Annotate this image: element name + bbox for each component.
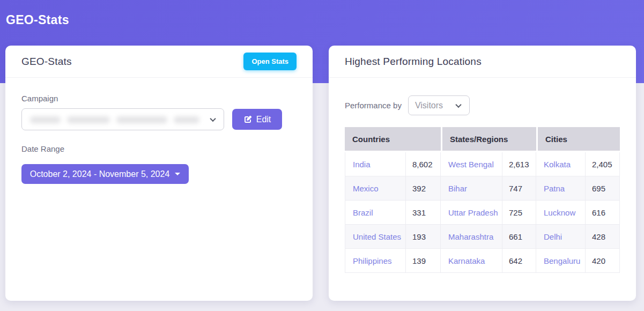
performance-by-label: Performance by bbox=[345, 101, 402, 110]
state-link[interactable]: Bihar bbox=[448, 184, 467, 193]
table-row: Brazil 331 Uttar Pradesh 725 Lucknow 616 bbox=[345, 201, 620, 225]
city-link[interactable]: Kolkata bbox=[544, 160, 571, 169]
state-value: 747 bbox=[502, 176, 536, 201]
country-value: 392 bbox=[406, 176, 441, 201]
city-value: 428 bbox=[586, 225, 620, 249]
locations-table: Countries States/Regions Cities India 8,… bbox=[345, 127, 620, 273]
performance-by-row: Performance by Visitors bbox=[345, 95, 620, 115]
locations-table-head: Countries States/Regions Cities bbox=[345, 127, 620, 152]
column-header-states: States/Regions bbox=[441, 127, 536, 152]
country-value: 193 bbox=[406, 225, 441, 249]
locations-card-header: Highest Performing Locations bbox=[329, 46, 636, 78]
table-row: India 8,602 West Bengal 2,613 Kolkata 2,… bbox=[345, 152, 620, 176]
state-value: 725 bbox=[502, 201, 536, 225]
city-link[interactable]: Patna bbox=[544, 184, 565, 193]
state-link[interactable]: Maharashtra bbox=[448, 232, 493, 241]
edit-button-label: Edit bbox=[256, 115, 271, 124]
date-range-value: October 2, 2024 - November 5, 2024 bbox=[30, 169, 170, 179]
locations-card: Highest Performing Locations Performance… bbox=[329, 46, 636, 301]
table-row: United States 193 Maharashtra 661 Delhi … bbox=[345, 225, 620, 249]
campaign-row: Edit bbox=[21, 108, 297, 130]
edit-pencil-icon bbox=[243, 115, 252, 124]
country-value: 331 bbox=[406, 201, 441, 225]
locations-card-title: Highest Performing Locations bbox=[345, 56, 482, 68]
edit-button[interactable]: Edit bbox=[232, 109, 282, 130]
state-value: 642 bbox=[502, 249, 536, 273]
geo-stats-card: GEO-Stats Open Stats Campaign Edit bbox=[5, 46, 313, 301]
page-title: GEO-Stats bbox=[6, 13, 69, 27]
column-header-cities: Cities bbox=[536, 127, 620, 152]
column-header-countries: Countries bbox=[345, 127, 441, 152]
city-value: 616 bbox=[586, 201, 620, 225]
locations-card-body: Performance by Visitors Countries States… bbox=[329, 78, 636, 289]
country-link[interactable]: Brazil bbox=[353, 208, 373, 217]
chevron-down-icon bbox=[455, 101, 461, 107]
chevron-down-icon bbox=[210, 115, 216, 121]
locations-table-body: India 8,602 West Bengal 2,613 Kolkata 2,… bbox=[345, 152, 620, 273]
country-value: 139 bbox=[406, 249, 441, 273]
campaign-label: Campaign bbox=[21, 94, 297, 103]
country-value: 8,602 bbox=[406, 152, 441, 176]
date-range-label: Date Range bbox=[21, 144, 297, 153]
performance-by-select-value: Visitors bbox=[415, 101, 443, 110]
city-link[interactable]: Bengaluru bbox=[544, 256, 580, 265]
country-link[interactable]: Philippines bbox=[353, 256, 392, 265]
city-link[interactable]: Lucknow bbox=[544, 208, 575, 217]
campaign-select[interactable] bbox=[21, 108, 224, 130]
country-link[interactable]: India bbox=[353, 160, 371, 169]
country-link[interactable]: United States bbox=[353, 232, 401, 241]
state-link[interactable]: West Bengal bbox=[448, 160, 494, 169]
open-stats-button[interactable]: Open Stats bbox=[243, 53, 297, 70]
table-row: Philippines 139 Karnataka 642 Bengaluru … bbox=[345, 249, 620, 273]
city-value: 2,405 bbox=[586, 152, 620, 176]
performance-by-select[interactable]: Visitors bbox=[408, 95, 470, 115]
table-row: Mexico 392 Bihar 747 Patna 695 bbox=[345, 176, 620, 201]
date-range-button[interactable]: October 2, 2024 - November 5, 2024 bbox=[21, 164, 189, 184]
caret-down-icon bbox=[175, 173, 180, 175]
state-value: 2,613 bbox=[502, 152, 536, 176]
geo-stats-card-title: GEO-Stats bbox=[21, 56, 72, 68]
city-value: 695 bbox=[586, 176, 620, 201]
geo-stats-card-body: Campaign Edit Date Range bbox=[5, 78, 313, 200]
country-link[interactable]: Mexico bbox=[353, 184, 379, 193]
geo-stats-card-header: GEO-Stats Open Stats bbox=[5, 46, 313, 78]
state-value: 661 bbox=[502, 225, 536, 249]
city-value: 420 bbox=[586, 249, 620, 273]
city-link[interactable]: Delhi bbox=[544, 232, 562, 241]
state-link[interactable]: Uttar Pradesh bbox=[448, 208, 498, 217]
state-link[interactable]: Karnataka bbox=[448, 256, 485, 265]
campaign-select-value-redacted bbox=[30, 116, 199, 123]
